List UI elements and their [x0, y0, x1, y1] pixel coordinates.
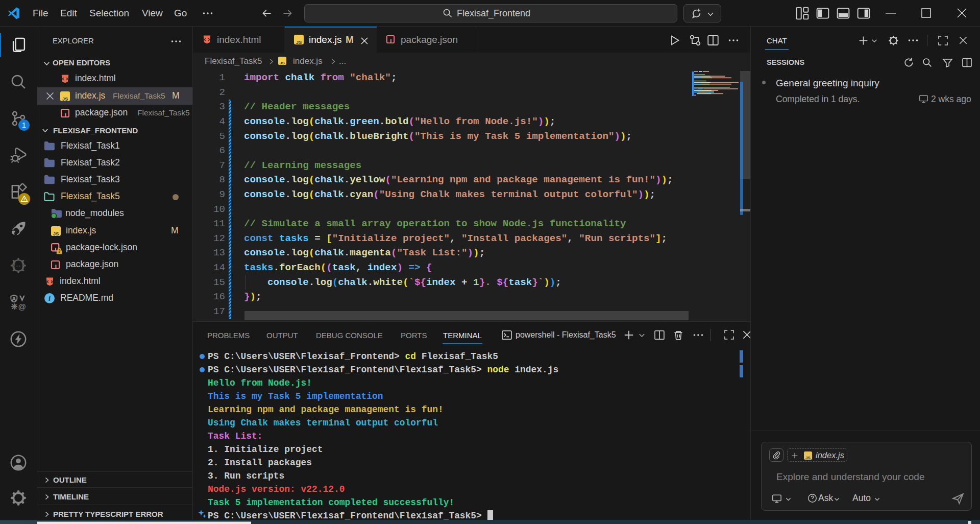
svg-text:❋: ❋: [11, 302, 17, 311]
svg-text:{··}: {··}: [13, 261, 24, 270]
svg-text:A: A: [12, 296, 16, 302]
svg-text:@: @: [18, 302, 27, 311]
